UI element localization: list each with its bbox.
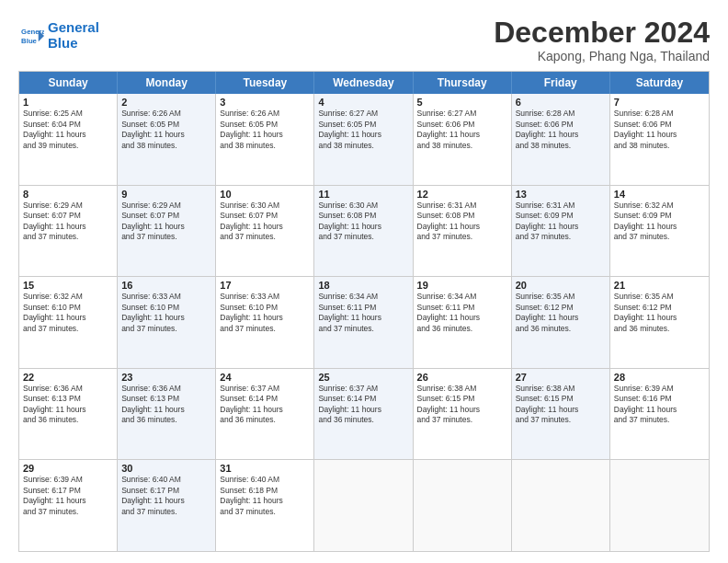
logo-icon: General Blue bbox=[18, 23, 44, 49]
cal-cell: 10Sunrise: 6:30 AMSunset: 6:07 PMDayligh… bbox=[216, 186, 314, 277]
cal-cell: 7Sunrise: 6:28 AMSunset: 6:06 PMDaylight… bbox=[610, 94, 709, 185]
cell-info: Sunrise: 6:34 AMSunset: 6:11 PMDaylight:… bbox=[417, 292, 507, 334]
day-number: 3 bbox=[220, 97, 310, 108]
cell-info: Sunrise: 6:39 AMSunset: 6:16 PMDaylight:… bbox=[614, 384, 705, 426]
day-number: 5 bbox=[417, 97, 507, 108]
day-number: 7 bbox=[614, 97, 705, 108]
cell-info: Sunrise: 6:28 AMSunset: 6:06 PMDaylight:… bbox=[516, 109, 606, 151]
day-number: 12 bbox=[417, 189, 507, 200]
day-number: 4 bbox=[318, 97, 408, 108]
cell-info: Sunrise: 6:33 AMSunset: 6:10 PMDaylight:… bbox=[220, 292, 310, 334]
cell-info: Sunrise: 6:28 AMSunset: 6:06 PMDaylight:… bbox=[614, 109, 705, 151]
calendar-body: 1Sunrise: 6:25 AMSunset: 6:04 PMDaylight… bbox=[19, 94, 709, 551]
cal-cell: 18Sunrise: 6:34 AMSunset: 6:11 PMDayligh… bbox=[314, 277, 413, 368]
day-number: 27 bbox=[516, 372, 606, 383]
cal-cell bbox=[314, 460, 413, 551]
day-number: 9 bbox=[121, 189, 211, 200]
cal-cell: 17Sunrise: 6:33 AMSunset: 6:10 PMDayligh… bbox=[216, 277, 314, 368]
cal-cell: 25Sunrise: 6:37 AMSunset: 6:14 PMDayligh… bbox=[314, 369, 413, 460]
header: General Blue General Blue December 2024 … bbox=[18, 17, 710, 63]
cell-info: Sunrise: 6:25 AMSunset: 6:04 PMDaylight:… bbox=[23, 109, 113, 151]
cal-cell: 23Sunrise: 6:36 AMSunset: 6:13 PMDayligh… bbox=[118, 369, 216, 460]
cal-cell: 1Sunrise: 6:25 AMSunset: 6:04 PMDaylight… bbox=[19, 94, 118, 185]
day-number: 24 bbox=[220, 372, 310, 383]
cell-info: Sunrise: 6:31 AMSunset: 6:08 PMDaylight:… bbox=[417, 201, 507, 243]
cell-info: Sunrise: 6:26 AMSunset: 6:05 PMDaylight:… bbox=[220, 109, 310, 151]
cal-cell: 11Sunrise: 6:30 AMSunset: 6:08 PMDayligh… bbox=[314, 186, 413, 277]
cell-info: Sunrise: 6:35 AMSunset: 6:12 PMDaylight:… bbox=[516, 292, 606, 334]
cal-cell bbox=[610, 460, 709, 551]
day-number: 31 bbox=[220, 463, 310, 474]
cell-info: Sunrise: 6:38 AMSunset: 6:15 PMDaylight:… bbox=[417, 384, 507, 426]
header-day-friday: Friday bbox=[512, 72, 610, 94]
cal-cell: 26Sunrise: 6:38 AMSunset: 6:15 PMDayligh… bbox=[414, 369, 512, 460]
day-number: 17 bbox=[220, 280, 310, 291]
day-number: 2 bbox=[121, 97, 211, 108]
cell-info: Sunrise: 6:36 AMSunset: 6:13 PMDaylight:… bbox=[23, 384, 113, 426]
cell-info: Sunrise: 6:40 AMSunset: 6:18 PMDaylight:… bbox=[220, 475, 310, 517]
cell-info: Sunrise: 6:38 AMSunset: 6:15 PMDaylight:… bbox=[516, 384, 606, 426]
cal-row: 8Sunrise: 6:29 AMSunset: 6:07 PMDaylight… bbox=[19, 185, 709, 277]
day-number: 18 bbox=[318, 280, 408, 291]
cell-info: Sunrise: 6:32 AMSunset: 6:09 PMDaylight:… bbox=[614, 201, 705, 243]
cal-cell: 2Sunrise: 6:26 AMSunset: 6:05 PMDaylight… bbox=[118, 94, 216, 185]
month-title: December 2024 bbox=[494, 17, 710, 49]
day-number: 14 bbox=[614, 189, 705, 200]
page: General Blue General Blue December 2024 … bbox=[0, 0, 728, 563]
cal-cell: 4Sunrise: 6:27 AMSunset: 6:05 PMDaylight… bbox=[314, 94, 413, 185]
title-block: December 2024 Kapong, Phang Nga, Thailan… bbox=[494, 17, 710, 63]
cal-cell: 12Sunrise: 6:31 AMSunset: 6:08 PMDayligh… bbox=[414, 186, 512, 277]
cell-info: Sunrise: 6:37 AMSunset: 6:14 PMDaylight:… bbox=[220, 384, 310, 426]
day-number: 13 bbox=[516, 189, 606, 200]
cal-cell: 13Sunrise: 6:31 AMSunset: 6:09 PMDayligh… bbox=[512, 186, 610, 277]
day-number: 26 bbox=[417, 372, 507, 383]
logo: General Blue General Blue bbox=[18, 20, 99, 51]
cal-cell: 20Sunrise: 6:35 AMSunset: 6:12 PMDayligh… bbox=[512, 277, 610, 368]
day-number: 15 bbox=[23, 280, 113, 291]
cell-info: Sunrise: 6:29 AMSunset: 6:07 PMDaylight:… bbox=[23, 201, 113, 243]
cal-cell: 6Sunrise: 6:28 AMSunset: 6:06 PMDaylight… bbox=[512, 94, 610, 185]
header-day-thursday: Thursday bbox=[414, 72, 512, 94]
day-number: 16 bbox=[121, 280, 211, 291]
cal-cell: 19Sunrise: 6:34 AMSunset: 6:11 PMDayligh… bbox=[414, 277, 512, 368]
cal-cell: 5Sunrise: 6:27 AMSunset: 6:06 PMDaylight… bbox=[414, 94, 512, 185]
cell-info: Sunrise: 6:34 AMSunset: 6:11 PMDaylight:… bbox=[318, 292, 408, 334]
day-number: 29 bbox=[23, 463, 113, 474]
cal-cell: 3Sunrise: 6:26 AMSunset: 6:05 PMDaylight… bbox=[216, 94, 314, 185]
cell-info: Sunrise: 6:36 AMSunset: 6:13 PMDaylight:… bbox=[121, 384, 211, 426]
logo-text: General Blue bbox=[48, 20, 99, 51]
cal-row: 29Sunrise: 6:39 AMSunset: 6:17 PMDayligh… bbox=[19, 459, 709, 551]
day-number: 25 bbox=[318, 372, 408, 383]
cal-cell bbox=[414, 460, 512, 551]
cal-cell: 9Sunrise: 6:29 AMSunset: 6:07 PMDaylight… bbox=[118, 186, 216, 277]
cell-info: Sunrise: 6:39 AMSunset: 6:17 PMDaylight:… bbox=[23, 475, 113, 517]
cell-info: Sunrise: 6:33 AMSunset: 6:10 PMDaylight:… bbox=[121, 292, 211, 334]
cal-cell: 22Sunrise: 6:36 AMSunset: 6:13 PMDayligh… bbox=[19, 369, 118, 460]
cal-cell: 28Sunrise: 6:39 AMSunset: 6:16 PMDayligh… bbox=[610, 369, 709, 460]
cal-cell: 27Sunrise: 6:38 AMSunset: 6:15 PMDayligh… bbox=[512, 369, 610, 460]
header-day-monday: Monday bbox=[118, 72, 216, 94]
day-number: 19 bbox=[417, 280, 507, 291]
day-number: 23 bbox=[121, 372, 211, 383]
day-number: 28 bbox=[614, 372, 705, 383]
cell-info: Sunrise: 6:27 AMSunset: 6:05 PMDaylight:… bbox=[318, 109, 408, 151]
cell-info: Sunrise: 6:31 AMSunset: 6:09 PMDaylight:… bbox=[516, 201, 606, 243]
cell-info: Sunrise: 6:32 AMSunset: 6:10 PMDaylight:… bbox=[23, 292, 113, 334]
day-number: 11 bbox=[318, 189, 408, 200]
cell-info: Sunrise: 6:27 AMSunset: 6:06 PMDaylight:… bbox=[417, 109, 507, 151]
cell-info: Sunrise: 6:35 AMSunset: 6:12 PMDaylight:… bbox=[614, 292, 705, 334]
header-day-tuesday: Tuesday bbox=[216, 72, 314, 94]
header-day-sunday: Sunday bbox=[19, 72, 118, 94]
cal-cell: 15Sunrise: 6:32 AMSunset: 6:10 PMDayligh… bbox=[19, 277, 118, 368]
cal-cell: 29Sunrise: 6:39 AMSunset: 6:17 PMDayligh… bbox=[19, 460, 118, 551]
calendar: SundayMondayTuesdayWednesdayThursdayFrid… bbox=[18, 71, 710, 552]
cell-info: Sunrise: 6:37 AMSunset: 6:14 PMDaylight:… bbox=[318, 384, 408, 426]
cal-cell: 16Sunrise: 6:33 AMSunset: 6:10 PMDayligh… bbox=[118, 277, 216, 368]
svg-text:Blue: Blue bbox=[21, 36, 38, 44]
day-number: 6 bbox=[516, 97, 606, 108]
header-day-wednesday: Wednesday bbox=[314, 72, 413, 94]
cal-cell: 31Sunrise: 6:40 AMSunset: 6:18 PMDayligh… bbox=[216, 460, 314, 551]
logo-line1: General bbox=[48, 19, 99, 35]
cell-info: Sunrise: 6:40 AMSunset: 6:17 PMDaylight:… bbox=[121, 475, 211, 517]
day-number: 10 bbox=[220, 189, 310, 200]
